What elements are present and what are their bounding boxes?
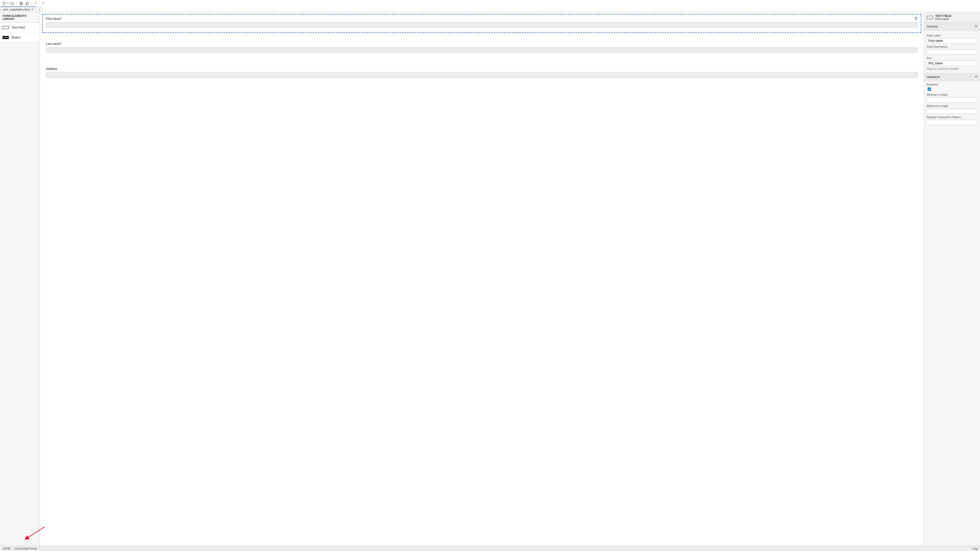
section-header-general[interactable]: General	[924, 23, 980, 30]
text-field-icon	[3, 26, 9, 29]
palette: FORM ELEMENTS LIBRARY Text Field Button	[0, 12, 40, 545]
regex-input[interactable]	[927, 120, 977, 125]
footer-bar: JSON Camunda Forms Log	[0, 545, 980, 551]
new-file-dropdown-caret[interactable]	[7, 3, 9, 4]
toolbar-separator	[32, 1, 32, 5]
open-file-button[interactable]	[10, 1, 15, 6]
chevron-down-icon	[975, 75, 977, 79]
prop-label: Required	[927, 83, 977, 86]
add-tab-button[interactable]: +	[37, 7, 42, 12]
properties-name: First name	[935, 17, 951, 21]
prop-label: Field Label	[927, 34, 977, 37]
key-input[interactable]	[927, 60, 977, 66]
form-field-first-name[interactable]: First name*	[42, 14, 921, 33]
field-label: Address	[46, 67, 918, 71]
footer-tab-camunda-forms[interactable]: Camunda Forms	[15, 547, 37, 550]
main-toolbar	[0, 0, 980, 6]
section-title: Validation	[927, 75, 940, 79]
field-input-preview	[46, 22, 918, 28]
form-field-address[interactable]: Address	[42, 64, 921, 83]
prop-label: Field Description	[927, 45, 977, 48]
prop-label: Regular Expression Pattern	[927, 116, 977, 119]
footer-tab-log[interactable]: Log	[973, 547, 977, 550]
section-body-validation: Required Minimum Length Maximum Length R…	[924, 81, 980, 128]
redo-button[interactable]	[40, 1, 45, 6]
section-header-validation[interactable]: Validation	[924, 73, 980, 81]
text-field-icon	[927, 16, 933, 19]
key-hint: Maps to a process variable	[927, 67, 977, 70]
tab-user-registration-form[interactable]: user_registration.form ×	[0, 6, 36, 12]
form-canvas[interactable]: First name* Last name* Address	[40, 12, 924, 545]
properties-type-label: TEXT FIELD	[935, 14, 951, 17]
field-description-input[interactable]	[927, 49, 977, 55]
palette-item-button[interactable]: Button	[0, 33, 40, 43]
save-all-button[interactable]	[25, 1, 30, 6]
prop-label: Minimum Length	[927, 93, 977, 96]
field-input-preview	[46, 72, 918, 78]
section-title: General	[927, 25, 938, 28]
form-field-last-name[interactable]: Last name*	[42, 39, 921, 58]
field-input-preview	[46, 47, 918, 53]
properties-panel: TEXT FIELD First name General Field Labe…	[924, 12, 980, 545]
tab-title: user_registration.form	[3, 8, 30, 11]
properties-header: TEXT FIELD First name	[924, 12, 980, 23]
close-tab-icon[interactable]: ×	[32, 8, 33, 11]
section-body-general: Field Label Field Description Key Maps t…	[924, 30, 980, 73]
save-button[interactable]	[19, 1, 24, 6]
svg-rect-0	[21, 3, 22, 4]
button-icon	[3, 36, 9, 39]
palette-item-label: Button	[12, 36, 21, 39]
palette-item-text-field[interactable]: Text Field	[0, 23, 40, 33]
min-length-input[interactable]	[927, 97, 977, 103]
field-label: Last name*	[46, 42, 918, 46]
chevron-down-icon	[975, 25, 977, 28]
prop-label: Maximum Length	[927, 104, 977, 107]
palette-header: FORM ELEMENTS LIBRARY	[0, 12, 40, 23]
palette-item-label: Text Field	[12, 26, 25, 29]
field-label: First name*	[46, 17, 918, 21]
footer-tab-json[interactable]: JSON	[3, 547, 11, 550]
delete-field-button[interactable]	[914, 17, 918, 21]
prop-label: Key	[927, 56, 977, 59]
tabstrip: user_registration.form × +	[0, 6, 980, 12]
required-checkbox[interactable]	[928, 87, 931, 91]
undo-button[interactable]	[34, 1, 39, 6]
field-label-input[interactable]	[927, 38, 977, 44]
max-length-input[interactable]	[927, 108, 977, 114]
new-file-button[interactable]	[2, 1, 6, 6]
